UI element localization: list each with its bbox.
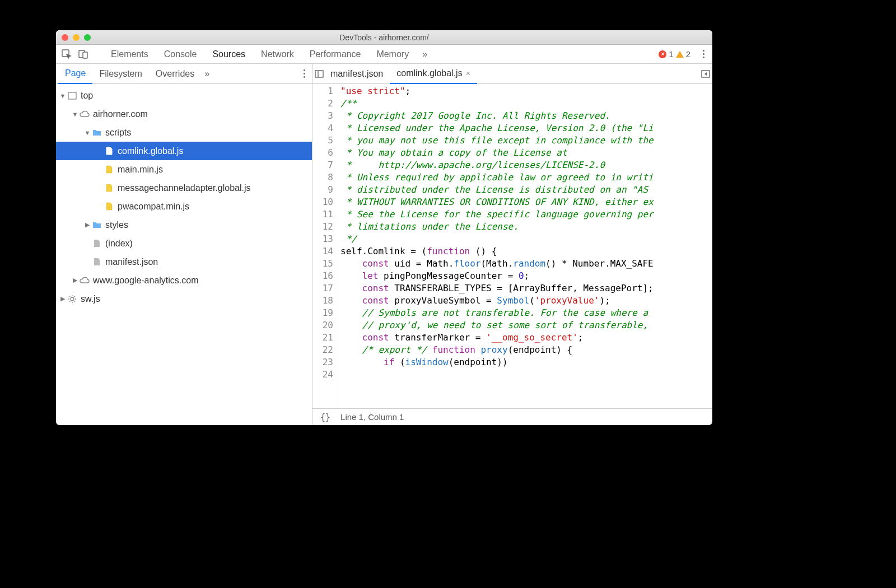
tree-node[interactable]: (index): [56, 234, 312, 253]
tree-node[interactable]: ▶sw.js: [56, 290, 312, 308]
chevron-down-icon: ▼: [84, 129, 91, 136]
tree-label: scripts: [105, 128, 131, 138]
tab-performance[interactable]: Performance: [302, 45, 369, 64]
warning-icon: [676, 51, 684, 58]
tab-memory[interactable]: Memory: [368, 45, 417, 64]
file-gray-icon: [92, 258, 102, 267]
tree-label: styles: [105, 220, 128, 230]
file-yellow-icon: [104, 184, 114, 193]
tree-node[interactable]: pwacompat.min.js: [56, 197, 312, 216]
titlebar[interactable]: DevTools - airhorner.com/: [56, 30, 712, 45]
content-area: PageFilesystemOverrides » ▼top▼airhorner…: [56, 64, 712, 425]
format-button[interactable]: {}: [320, 412, 330, 422]
folder-icon: [92, 128, 102, 137]
more-nav-tabs[interactable]: »: [201, 69, 213, 79]
tree-node[interactable]: ▼top: [56, 86, 312, 105]
tree-node[interactable]: ▶styles: [56, 216, 312, 234]
folder-icon: [92, 221, 102, 230]
tree-node[interactable]: ▼scripts: [56, 123, 312, 142]
chevron-down-icon: ▼: [59, 92, 66, 99]
file-yellow-icon: [104, 202, 114, 211]
minimize-window-button[interactable]: [73, 34, 80, 41]
file-tab[interactable]: manifest.json: [324, 64, 390, 84]
tab-sources[interactable]: Sources: [204, 45, 253, 64]
frame-icon: [67, 91, 77, 100]
tree-label: airhorner.com: [93, 109, 148, 119]
tree-label: top: [81, 91, 93, 101]
tree-label: messagechanneladapter.global.js: [118, 183, 251, 193]
cloud-icon: [80, 110, 90, 119]
chevron-right-icon: ▶: [84, 221, 91, 228]
nav-tab-page[interactable]: Page: [58, 64, 92, 84]
chevron-right-icon: ▶: [59, 295, 66, 302]
file-tree: ▼top▼airhorner.com▼scriptscomlink.global…: [56, 84, 312, 425]
file-white-icon: [104, 147, 114, 156]
settings-menu-button[interactable]: [698, 50, 709, 58]
nav-tab-filesystem[interactable]: Filesystem: [92, 64, 148, 84]
gear-icon: [67, 295, 77, 304]
tab-network[interactable]: Network: [253, 45, 302, 64]
editor-tabs: manifest.jsoncomlink.global.js×: [312, 64, 712, 84]
svg-rect-3: [68, 92, 76, 99]
file-gray-icon: [92, 239, 102, 248]
show-debugger-icon[interactable]: [701, 70, 710, 78]
tree-node[interactable]: comlink.global.js: [56, 142, 312, 160]
svg-point-4: [71, 297, 74, 301]
line-gutter: 123456789101112131415161718192021222324: [312, 84, 338, 408]
tree-label: main.min.js: [118, 165, 163, 175]
tree-label: comlink.global.js: [118, 146, 183, 156]
tree-node[interactable]: ▶www.google-analytics.com: [56, 271, 312, 290]
error-icon: ×: [659, 50, 666, 58]
navigator-menu-button[interactable]: [299, 69, 310, 78]
close-tab-icon[interactable]: ×: [466, 69, 470, 78]
show-navigator-icon[interactable]: [315, 70, 324, 78]
chevron-right-icon: ▶: [72, 277, 78, 284]
devtools-window: DevTools - airhorner.com/ ElementsConsol…: [56, 30, 712, 425]
close-window-button[interactable]: [62, 34, 68, 41]
chevron-down-icon: ▼: [72, 111, 78, 118]
editor-panel: manifest.jsoncomlink.global.js× 12345678…: [312, 64, 712, 425]
inspect-element-icon[interactable]: [59, 47, 74, 62]
tree-label: manifest.json: [105, 257, 158, 267]
tree-label: www.google-analytics.com: [93, 276, 199, 286]
tree-label: sw.js: [81, 294, 100, 304]
navigator-panel: PageFilesystemOverrides » ▼top▼airhorner…: [56, 64, 312, 425]
file-yellow-icon: [104, 165, 114, 174]
tree-label: (index): [105, 239, 133, 249]
tree-label: pwacompat.min.js: [118, 202, 189, 212]
window-title: DevTools - airhorner.com/: [56, 33, 712, 42]
zoom-window-button[interactable]: [84, 34, 91, 41]
tree-node[interactable]: ▼airhorner.com: [56, 105, 312, 123]
main-tabbar: ElementsConsoleSourcesNetworkPerformance…: [56, 45, 712, 64]
editor-statusbar: {} Line 1, Column 1: [312, 408, 712, 425]
tab-console[interactable]: Console: [156, 45, 205, 64]
code-editor[interactable]: 123456789101112131415161718192021222324 …: [312, 84, 712, 408]
file-tab[interactable]: comlink.global.js×: [390, 64, 477, 84]
more-tabs-button[interactable]: »: [419, 49, 431, 59]
tab-elements[interactable]: Elements: [103, 45, 156, 64]
window-controls: [62, 34, 91, 41]
navigator-tabs: PageFilesystemOverrides »: [56, 64, 312, 84]
svg-rect-2: [83, 52, 87, 58]
svg-rect-5: [315, 71, 323, 77]
error-count[interactable]: × 1 2: [659, 49, 690, 59]
tree-node[interactable]: manifest.json: [56, 253, 312, 271]
cloud-icon: [80, 276, 90, 285]
nav-tab-overrides[interactable]: Overrides: [149, 64, 201, 84]
tree-node[interactable]: main.min.js: [56, 160, 312, 179]
tree-node[interactable]: messagechanneladapter.global.js: [56, 179, 312, 197]
code-content[interactable]: "use strict";/** * Copyright 2017 Google…: [338, 84, 712, 408]
device-toolbar-icon[interactable]: [76, 47, 91, 62]
cursor-position: Line 1, Column 1: [340, 412, 404, 422]
